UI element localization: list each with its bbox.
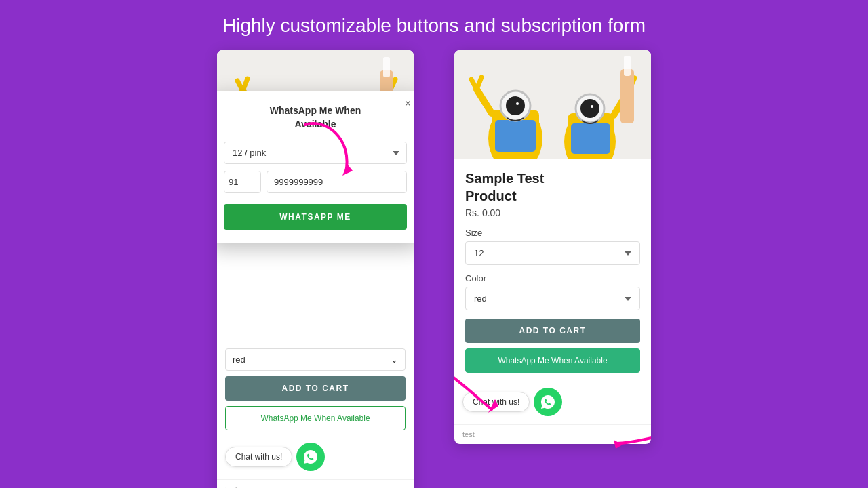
modal-title: WhatsApp Me When Available	[224, 104, 407, 131]
whatsapp-available-button[interactable]: WhatsApp Me When Available	[225, 406, 406, 430]
whatsapp-chat-icon[interactable]	[296, 443, 325, 471]
left-panel-footer: test	[217, 479, 414, 488]
right-whatsapp-chat-icon[interactable]	[534, 388, 562, 416]
svg-point-31	[506, 96, 525, 115]
right-panel-content: Sample Test Product Rs. 0.00 Size 12 14 …	[454, 159, 651, 384]
right-whatsapp-available-button[interactable]: WhatsApp Me When Available	[465, 348, 640, 373]
right-panel-footer: test	[454, 424, 651, 444]
whatsapp-modal: × WhatsApp Me When Available 12 / pink 1…	[217, 91, 414, 243]
svg-point-32	[516, 102, 519, 105]
svg-point-42	[591, 105, 593, 108]
size-select[interactable]: 12 14	[465, 241, 640, 265]
left-panel: × WhatsApp Me When Available 12 / pink 1…	[217, 50, 414, 488]
modal-variant-select[interactable]: 12 / pink 12 / red	[224, 142, 407, 164]
chat-widget-row: Chat with us!	[217, 439, 414, 476]
chevron-down-icon: ⌄	[391, 354, 398, 365]
add-to-cart-button[interactable]: ADD TO CART	[225, 376, 406, 401]
color-select[interactable]: red pink	[465, 287, 640, 310]
right-chat-with-us-button[interactable]: Chat with us!	[462, 392, 530, 412]
svg-rect-48	[624, 56, 631, 76]
right-product-image	[454, 50, 651, 159]
color-label: Color	[465, 273, 640, 283]
color-select-row: red ⌄	[225, 348, 406, 371]
whatsapp-me-button[interactable]: WHATSAPP ME	[224, 204, 407, 230]
phone-number-input[interactable]	[267, 171, 407, 193]
chat-with-us-button[interactable]: Chat with us!	[225, 447, 292, 467]
color-value: red	[233, 354, 245, 365]
svg-rect-29	[495, 120, 536, 152]
svg-rect-24	[383, 57, 390, 77]
page-title: Highly customizable buttons and subscrip…	[222, 0, 646, 50]
product-price: Rs. 0.00	[465, 207, 640, 218]
svg-rect-39	[571, 123, 610, 154]
product-title: Sample Test Product	[465, 169, 640, 205]
size-label: Size	[465, 228, 640, 238]
modal-close-button[interactable]: ×	[405, 98, 411, 110]
right-add-to-cart-button[interactable]: ADD TO CART	[465, 319, 640, 343]
svg-point-41	[580, 99, 599, 118]
right-panel: Sample Test Product Rs. 0.00 Size 12 14 …	[454, 50, 651, 444]
right-chat-widget-row: Chat with us!	[454, 384, 651, 422]
country-code-input[interactable]	[224, 171, 261, 193]
svg-rect-47	[620, 69, 634, 123]
